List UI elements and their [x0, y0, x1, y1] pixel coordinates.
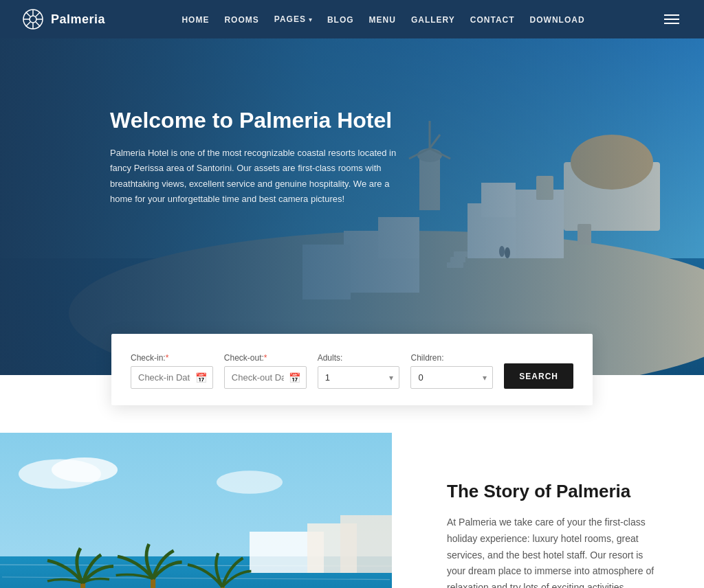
booking-bar: Check-in:* 📅 Check-out:* 📅 Adults: 1 — [111, 334, 593, 405]
checkin-label: Check-in:* — [131, 353, 213, 363]
checkin-field: Check-in:* 📅 — [131, 353, 213, 389]
checkout-input-wrap: 📅 — [224, 366, 307, 389]
nav-item-rooms[interactable]: ROOMS — [224, 13, 258, 25]
booking-form-row: Check-in:* 📅 Check-out:* 📅 Adults: 1 — [131, 353, 573, 389]
svg-line-7 — [36, 22, 41, 27]
nav-item-menu[interactable]: MENU — [369, 13, 396, 25]
svg-point-1 — [30, 16, 36, 23]
adults-select[interactable]: 1 2 3 4 5 — [318, 366, 400, 389]
checkout-label: Check-out:* — [224, 353, 307, 363]
checkin-input-wrap: 📅 — [131, 366, 213, 389]
nav-item-home[interactable]: HOME — [182, 13, 209, 25]
adults-select-wrap: 1 2 3 4 5 — [318, 366, 400, 389]
children-select-wrap: 0 1 2 3 4 — [410, 366, 493, 389]
adults-label: Adults: — [318, 353, 400, 363]
svg-line-6 — [26, 12, 31, 17]
beach-scene-svg — [0, 433, 392, 588]
children-select[interactable]: 0 1 2 3 4 — [410, 366, 493, 389]
pages-chevron-icon: ▾ — [309, 16, 312, 23]
checkout-field: Check-out:* 📅 — [224, 353, 307, 389]
main-nav: HOME ROOMS PAGES ▾ BLOG MENU GALLERY CON… — [182, 13, 584, 25]
children-field: Children: 0 1 2 3 4 — [410, 353, 493, 389]
svg-line-9 — [26, 22, 31, 27]
svg-point-37 — [52, 457, 118, 482]
nav-item-contact[interactable]: CONTACT — [470, 13, 515, 25]
hero-content: Welcome to Palmeria Hotel Palmeria Hotel… — [110, 107, 412, 207]
hero-description: Palmeria Hotel is one of the most recogn… — [110, 146, 412, 206]
svg-rect-46 — [340, 515, 392, 573]
main-section: The Story of Palmeria At Palmeria we tak… — [0, 433, 704, 588]
hero-title: Welcome to Palmeria Hotel — [110, 107, 412, 133]
checkout-calendar-icon: 📅 — [289, 372, 300, 383]
children-label: Children: — [410, 353, 493, 363]
story-title: The Story of Palmeria — [447, 481, 663, 502]
logo-icon — [22, 8, 44, 30]
story-text-col: The Story of Palmeria At Palmeria we tak… — [392, 433, 704, 588]
story-description: At Palmeria we take care of your the fir… — [447, 514, 663, 588]
svg-line-8 — [36, 12, 41, 17]
checkin-calendar-icon: 📅 — [195, 372, 207, 383]
brand[interactable]: Palmeria — [22, 8, 105, 30]
svg-point-38 — [217, 471, 283, 494]
hamburger-menu-button[interactable] — [661, 12, 682, 27]
story-image — [0, 433, 392, 588]
brand-name: Palmeria — [51, 12, 105, 27]
adults-field: Adults: 1 2 3 4 5 — [318, 353, 400, 389]
nav-item-blog[interactable]: BLOG — [327, 13, 354, 25]
nav-item-download[interactable]: DOWNLOAD — [530, 13, 585, 25]
hero-overlay — [0, 38, 704, 375]
navbar: Palmeria HOME ROOMS PAGES ▾ BLOG MENU GA… — [0, 0, 704, 38]
nav-item-pages[interactable]: PAGES ▾ — [274, 14, 312, 24]
search-button[interactable]: SEARCH — [504, 363, 573, 389]
hero-section: Welcome to Palmeria Hotel Palmeria Hotel… — [0, 38, 704, 375]
nav-item-gallery[interactable]: GALLERY — [411, 13, 455, 25]
